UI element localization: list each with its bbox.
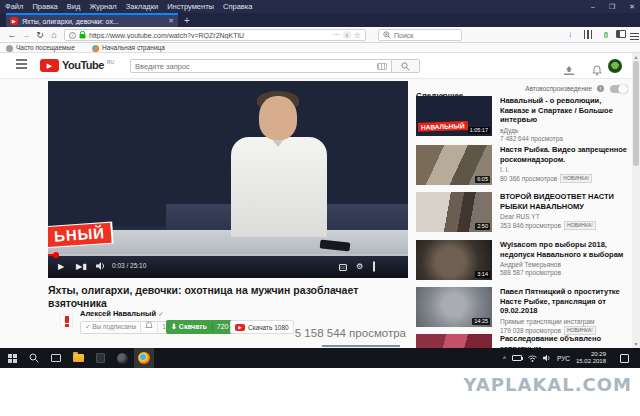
channel-avatar[interactable] [60,314,73,327]
account-avatar[interactable] [608,59,622,73]
extension-icon[interactable]: ∨ [600,30,612,40]
video-thumbnail[interactable]: 14:25 [416,287,492,327]
settings-gear-icon[interactable]: ⚙ [356,261,363,273]
firefox-search-input[interactable] [394,32,446,39]
suggested-channel[interactable]: вДудь [500,127,630,134]
view-count: 5 158 544 просмотра [295,327,406,339]
taskbar-search-button[interactable] [24,348,44,368]
menu-tools[interactable]: Инструменты [167,0,214,13]
url-bar[interactable]: i ⋯ ∨ ☆ [64,29,366,41]
volume-icon[interactable] [96,261,106,275]
suggested-title[interactable]: Павел Пятницкий о проститутке Насте Рыбк… [500,287,630,316]
pocket-icon[interactable]: ∨ [343,31,351,39]
app-button[interactable] [112,348,132,368]
suggested-channel[interactable]: Dear RUS YT [500,213,630,220]
reload-button[interactable]: ↻ [34,29,46,41]
calculator-button[interactable] [90,348,110,368]
guide-menu-icon[interactable] [16,63,27,65]
video-title: Яхты, олигархи, девочки: охотница на муж… [48,284,370,310]
language-indicator[interactable]: РУС [557,355,570,362]
suggested-title[interactable]: Настя Рыбка. Видео запрещенное роскомнад… [500,145,630,164]
file-explorer-button[interactable] [68,348,88,368]
suggested-channel[interactable]: Прямые трансляции инстаграм [500,318,630,325]
library-icon[interactable] [582,30,594,40]
menu-file[interactable]: Файл [5,0,23,13]
back-button[interactable]: ← [6,29,18,41]
new-tab-button[interactable]: + [184,15,190,27]
suggested-channel[interactable]: I. I. [500,166,630,173]
tab-close-icon[interactable]: ✕ [168,17,174,25]
subtitles-icon[interactable]: CC [339,261,347,273]
suggested-video-2[interactable]: 6:05 Настя Рыбка. Видео запрещенное роск… [416,145,630,189]
menu-bookmarks[interactable]: Закладки [126,0,158,13]
tray-chevron-icon[interactable]: ^ [503,355,506,362]
video-thumbnail[interactable]: 2:50 [416,192,492,232]
task-view-button[interactable] [46,348,66,368]
url-input[interactable] [89,32,330,39]
menu-edit[interactable]: Правка [32,0,57,13]
taskbar-clock[interactable]: 20:29 15.02.2018 [576,351,606,365]
suggested-video-3[interactable]: 2:50 ВТОРОЙ ВИДЕООТВЕТ НАСТИ РЫБКИ НАВАЛ… [416,192,630,236]
menu-history[interactable]: Журнал [89,0,116,13]
video-thumbnail[interactable]: НАВАЛЬНЫЙ 1:05:17 [416,96,492,136]
window-restore-button[interactable]: ❐ [609,3,615,10]
youtube-search-input[interactable] [135,62,377,71]
video-thumbnail[interactable]: 3:14 [416,240,492,280]
suggested-channel[interactable]: Андрей Темерьянов [500,261,630,268]
suggested-title[interactable]: Навальный - о революции, Кавказе и Спарт… [500,96,630,125]
site-info-icon[interactable]: i [69,32,76,39]
suggested-video-4[interactable]: 3:14 Wylsacom про выборы 2018, недопуск … [416,240,630,284]
notifications-bell-icon[interactable] [592,62,602,80]
play-button[interactable]: ▶ [58,261,64,273]
channel-name[interactable]: Алексей Навальный✓ [80,309,163,318]
home-button[interactable]: ⌂ [48,29,60,41]
next-button[interactable]: ▶▮ [76,261,87,273]
scroll-down-icon[interactable]: ▼ [632,341,640,347]
page-scrollbar[interactable]: ▲ ▼ [632,53,640,348]
tab-bar: ▶ Яхты, олигархи, девочки: ох... ✕ + [0,13,640,27]
scroll-up-icon[interactable]: ▲ [632,54,640,60]
progress-bar[interactable] [48,254,408,256]
battery-icon[interactable] [512,355,522,361]
miniplayer-icon[interactable] [373,261,375,273]
suggested-video-5[interactable]: 14:25 Павел Пятницкий о проститутке Наст… [416,287,630,331]
menu-help[interactable]: Справка [223,0,252,13]
video-player[interactable]: ЬНЫЙ ▶ ▶▮ 0:03 / 25:10 CC ⚙ [48,81,408,278]
downloads-icon[interactable]: ↓ [564,30,576,40]
network-icon[interactable] [528,355,537,362]
autoplay-info-icon[interactable]: i [597,85,604,92]
suggested-title[interactable]: Wylsacom про выборы 2018, недопуск Навал… [500,240,630,259]
autoplay-toggle[interactable] [610,85,628,93]
youtube-play-icon: ▶ [40,59,59,72]
firefox-menu-icon[interactable] [628,30,640,40]
download-1080-button[interactable]: ▶ Скачать 1080 [230,320,294,334]
youtube-logo[interactable]: ▶ YouTube RU [40,59,114,72]
start-button[interactable] [2,348,22,368]
window-close-button[interactable]: ✕ [629,3,635,10]
subscribed-button[interactable]: ✓ Вы подписаны [81,321,140,334]
youtube-search-button[interactable] [392,59,420,73]
page-actions-icon[interactable]: ⋯ [333,31,340,39]
upload-icon[interactable] [563,62,575,80]
keyboard-icon[interactable] [377,63,387,70]
bookmark-home[interactable]: Начальная страница [92,43,165,53]
sidebars-icon[interactable] [615,30,627,40]
window-minimize-button[interactable]: – [591,3,595,10]
bookmark-frequent[interactable]: Часто посещаемые [6,43,75,53]
suggested-video-1[interactable]: НАВАЛЬНЫЙ 1:05:17 Навальный - о революци… [416,96,630,140]
scrollbar-thumb[interactable] [633,61,639,166]
firefox-taskbar-button[interactable] [134,348,154,368]
bookmark-star-icon[interactable]: ☆ [354,31,361,40]
forward-button[interactable]: → [20,29,32,41]
notification-bell-button[interactable] [141,321,157,334]
suggested-title[interactable]: ВТОРОЙ ВИДЕООТВЕТ НАСТИ РЫБКИ НАВАЛЬНОМУ [500,192,630,211]
youtube-search-box[interactable] [130,59,392,73]
suggested-views: 7 482 644 просмотра [500,135,630,142]
firefox-search-bar[interactable] [378,29,462,41]
download-button[interactable]: ⬇ Скачать 720 ▾ [166,320,238,334]
video-thumbnail[interactable]: 6:05 [416,145,492,185]
menu-view[interactable]: Вид [67,0,81,13]
active-tab[interactable]: ▶ Яхты, олигархи, девочки: ох... ✕ [6,13,178,27]
volume-icon[interactable] [543,354,551,362]
action-center-button[interactable] [614,348,634,368]
